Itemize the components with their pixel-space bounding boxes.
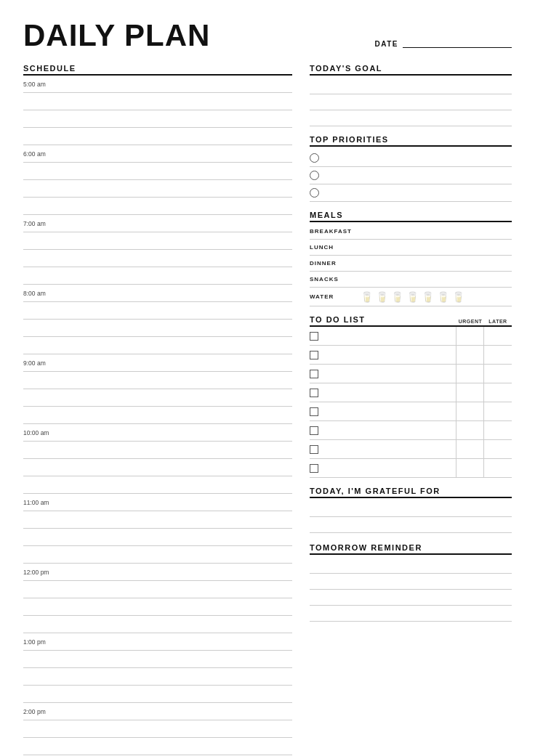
- schedule-line[interactable]: [61, 337, 292, 354]
- todo-text[interactable]: [323, 440, 456, 458]
- goal-line-1[interactable]: [310, 78, 512, 94]
- todo-later[interactable]: [484, 459, 512, 477]
- schedule-line[interactable]: [61, 529, 292, 545]
- schedule-row: [23, 198, 292, 215]
- todo-later[interactable]: [484, 383, 512, 402]
- schedule-line[interactable]: [61, 720, 292, 737]
- grateful-line-2[interactable]: [310, 517, 512, 533]
- todo-text[interactable]: [323, 365, 456, 383]
- schedule-line[interactable]: [61, 442, 292, 458]
- schedule-line[interactable]: [61, 389, 292, 406]
- schedule-line[interactable]: [61, 738, 292, 755]
- schedule-line[interactable]: [61, 215, 292, 232]
- reminder-line-1[interactable]: [310, 558, 512, 574]
- todo-checkbox[interactable]: [310, 370, 318, 378]
- todo-checkbox[interactable]: [310, 426, 318, 435]
- todo-later[interactable]: [484, 365, 512, 383]
- todo-later[interactable]: [484, 402, 512, 420]
- schedule-line[interactable]: [61, 459, 292, 476]
- cup-icon-6[interactable]: 🥛: [437, 291, 449, 303]
- todo-text[interactable]: [323, 383, 456, 402]
- schedule-line[interactable]: [61, 424, 292, 441]
- cup-icon-5[interactable]: 🥛: [422, 291, 434, 303]
- todo-checkbox[interactable]: [310, 407, 318, 416]
- time-label: [23, 240, 61, 241]
- cup-icon-2[interactable]: 🥛: [376, 291, 388, 303]
- todo-checkbox[interactable]: [310, 445, 318, 454]
- cup-icon-7[interactable]: 🥛: [452, 291, 464, 303]
- todo-text[interactable]: [323, 327, 456, 345]
- todo-text[interactable]: [323, 459, 456, 477]
- reminder-line-4[interactable]: [310, 606, 512, 622]
- time-label: [23, 676, 61, 677]
- schedule-line[interactable]: [61, 76, 292, 92]
- todo-checkbox[interactable]: [310, 351, 318, 359]
- todo-urgent[interactable]: [456, 459, 484, 477]
- reminder-line-3[interactable]: [310, 590, 512, 606]
- todo-urgent[interactable]: [456, 365, 484, 383]
- schedule-line[interactable]: [61, 476, 292, 493]
- meals-header: MEALS: [310, 211, 512, 219]
- schedule-line[interactable]: [61, 564, 292, 580]
- goal-line-2[interactable]: [310, 94, 512, 110]
- schedule-line[interactable]: [61, 598, 292, 615]
- todo-text[interactable]: [323, 402, 456, 420]
- schedule-line[interactable]: [61, 668, 292, 685]
- schedule-line[interactable]: [61, 581, 292, 598]
- reminder-line-2[interactable]: [310, 574, 512, 590]
- schedule-line[interactable]: [61, 250, 292, 267]
- schedule-line[interactable]: [61, 372, 292, 389]
- todo-urgent[interactable]: [456, 346, 484, 364]
- schedule-line[interactable]: [61, 145, 292, 162]
- schedule-line[interactable]: [61, 285, 292, 301]
- todo-urgent[interactable]: [456, 440, 484, 458]
- schedule-line[interactable]: [61, 180, 292, 197]
- time-label: [23, 694, 61, 694]
- schedule-line[interactable]: [61, 267, 292, 284]
- priority-circle-2[interactable]: [310, 171, 319, 180]
- schedule-line[interactable]: [61, 546, 292, 563]
- schedule-line[interactable]: [61, 633, 292, 650]
- todo-urgent[interactable]: [456, 402, 484, 420]
- schedule-line[interactable]: [61, 320, 292, 336]
- todo-later[interactable]: [484, 327, 512, 345]
- time-label: 7:00 am: [23, 219, 61, 227]
- schedule-line[interactable]: [61, 110, 292, 127]
- todo-checkbox[interactable]: [310, 389, 318, 397]
- schedule-line[interactable]: [61, 354, 292, 371]
- goal-line-3[interactable]: [310, 110, 512, 126]
- cup-icon-3[interactable]: 🥛: [391, 291, 403, 303]
- schedule-row: [23, 459, 292, 476]
- schedule-line[interactable]: [61, 407, 292, 423]
- schedule-line[interactable]: [61, 93, 292, 110]
- todo-urgent[interactable]: [456, 327, 484, 345]
- schedule-line[interactable]: [61, 703, 292, 720]
- schedule-line[interactable]: [61, 651, 292, 667]
- cup-icon-4[interactable]: 🥛: [406, 291, 419, 303]
- time-label: [23, 345, 61, 346]
- todo-later[interactable]: [484, 421, 512, 439]
- schedule-line[interactable]: [61, 302, 292, 319]
- todo-text[interactable]: [323, 421, 456, 439]
- schedule-line[interactable]: [61, 198, 292, 214]
- todo-urgent[interactable]: [456, 421, 484, 439]
- schedule-line[interactable]: [61, 128, 292, 145]
- cup-icon-1[interactable]: 🥛: [361, 291, 373, 303]
- grateful-line-1[interactable]: [310, 501, 512, 517]
- schedule-line[interactable]: [61, 232, 292, 249]
- schedule-line[interactable]: [61, 494, 292, 511]
- schedule-line[interactable]: [61, 163, 292, 179]
- todo-later[interactable]: [484, 440, 512, 458]
- schedule-row: [23, 302, 292, 320]
- time-label: 2:00 pm: [23, 707, 61, 715]
- todo-checkbox[interactable]: [310, 464, 318, 473]
- schedule-line[interactable]: [61, 686, 292, 702]
- schedule-line[interactable]: [61, 511, 292, 528]
- priority-circle-1[interactable]: [310, 153, 319, 163]
- todo-urgent[interactable]: [456, 383, 484, 402]
- todo-later[interactable]: [484, 346, 512, 364]
- todo-checkbox[interactable]: [310, 332, 318, 341]
- schedule-line[interactable]: [61, 616, 292, 633]
- priority-circle-3[interactable]: [310, 188, 319, 198]
- todo-text[interactable]: [323, 346, 456, 364]
